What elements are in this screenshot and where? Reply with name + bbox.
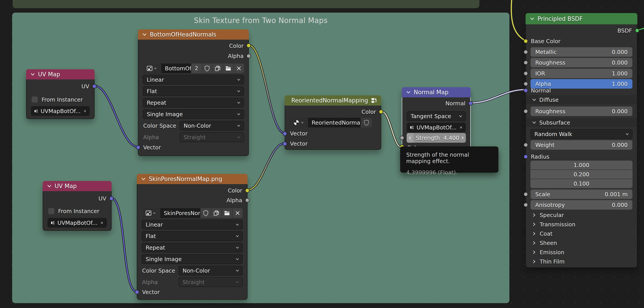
alpha-mode-select[interactable]: Straight bbox=[178, 277, 243, 287]
node-uv-map-1[interactable]: UV Map UV From Instancer UVMapBotOf... bbox=[26, 69, 94, 119]
node-editor-canvas[interactable]: Skin Texture from Two Normal Maps bbox=[0, 0, 644, 308]
vector-input-1-socket[interactable] bbox=[283, 131, 287, 136]
slider-decrease-arrow[interactable] bbox=[407, 133, 413, 143]
roughness-slider[interactable]: Roughness 0.000 bbox=[530, 58, 632, 68]
node-header-vector[interactable]: Normal Map bbox=[402, 87, 471, 97]
radius-x-field[interactable]: 1.000 bbox=[530, 161, 632, 169]
normal-input-socket[interactable] bbox=[524, 88, 528, 93]
image-type-button[interactable] bbox=[142, 208, 160, 218]
x-icon[interactable] bbox=[459, 125, 463, 130]
vector-input-socket[interactable] bbox=[135, 290, 139, 294]
specular-panel-header[interactable]: Specular bbox=[526, 211, 637, 219]
uv-output-socket[interactable] bbox=[109, 196, 114, 201]
image-users-count[interactable]: 2 bbox=[192, 64, 202, 73]
node-reoriented-normal-mapping[interactable]: ReorientedNormalMapping Color Reoriented… bbox=[285, 95, 381, 150]
node-header-shader[interactable]: Principled BSDF bbox=[526, 13, 637, 24]
projection-select[interactable]: Flat bbox=[143, 86, 244, 96]
node-header-image-texture[interactable]: SkinPoresNormalMap.png bbox=[137, 174, 248, 184]
group-name-field[interactable]: ReorientedNormalMap... bbox=[308, 118, 360, 127]
bsdf-output-socket[interactable] bbox=[635, 28, 639, 33]
uv-map-selector[interactable]: UVMapBotOf... bbox=[48, 218, 107, 228]
ior-input-socket[interactable] bbox=[524, 71, 528, 76]
color-output-socket[interactable] bbox=[246, 43, 251, 48]
chevron-down-icon[interactable] bbox=[142, 32, 147, 37]
sheen-panel-header[interactable]: Sheen bbox=[526, 238, 637, 247]
color-space-select[interactable]: Non-Color bbox=[180, 121, 244, 131]
radius-z-field[interactable]: 0.100 bbox=[530, 179, 632, 188]
thin-film-panel-header[interactable]: Thin Film bbox=[526, 257, 637, 266]
subsurface-anisotropy-input-socket[interactable] bbox=[524, 203, 528, 207]
image-type-button[interactable] bbox=[143, 64, 161, 73]
normal-output-socket[interactable] bbox=[468, 101, 473, 106]
image-name-field[interactable]: BottomOfHe... bbox=[161, 64, 191, 73]
alpha-output-socket[interactable] bbox=[246, 54, 251, 58]
node-normal-map[interactable]: Normal Map Normal Tangent Space UVMapBot… bbox=[402, 87, 471, 155]
color-space-select[interactable]: Non-Color bbox=[178, 266, 243, 275]
from-instancer-checkbox[interactable] bbox=[32, 96, 38, 103]
fake-user-button[interactable] bbox=[361, 118, 372, 127]
node-header-group[interactable]: ReorientedNormalMapping bbox=[285, 95, 381, 106]
radius-y-field[interactable]: 0.200 bbox=[530, 170, 632, 179]
emission-panel-header[interactable]: Emission bbox=[526, 248, 637, 257]
interpolation-select[interactable]: Linear bbox=[143, 75, 244, 85]
subsurface-panel-header[interactable]: Subsurface bbox=[526, 118, 637, 127]
open-file-button[interactable] bbox=[223, 64, 234, 73]
coat-panel-header[interactable]: Coat bbox=[526, 229, 637, 238]
roughness-input-socket[interactable] bbox=[524, 60, 528, 65]
node-group-icon[interactable] bbox=[371, 97, 378, 104]
node-header-uv-map-2[interactable]: UV Map bbox=[43, 181, 112, 191]
diffuse-panel-header[interactable]: Diffuse bbox=[526, 95, 637, 104]
alpha-output-socket[interactable] bbox=[245, 198, 250, 202]
chevron-down-icon[interactable] bbox=[141, 176, 146, 182]
open-file-button[interactable] bbox=[222, 208, 232, 218]
from-instancer-checkbox[interactable] bbox=[48, 208, 54, 214]
subsurface-weight-slider[interactable]: Weight 0.000 bbox=[530, 140, 632, 150]
fake-user-button[interactable] bbox=[201, 208, 211, 218]
strength-slider[interactable]: Strength 4.400 bbox=[407, 133, 466, 143]
diffuse-roughness-input-socket[interactable] bbox=[524, 109, 528, 114]
node-header-uv-map-1[interactable]: UV Map bbox=[26, 69, 94, 79]
extension-select[interactable]: Repeat bbox=[142, 243, 243, 252]
metallic-slider[interactable]: Metallic 0.000 bbox=[530, 47, 632, 57]
subsurface-anisotropy-slider[interactable]: Anisotropy 0.000 bbox=[530, 200, 632, 210]
x-icon[interactable] bbox=[83, 108, 87, 114]
slider-increase-arrow[interactable] bbox=[459, 136, 466, 140]
interpolation-select[interactable]: Linear bbox=[142, 220, 243, 229]
x-icon[interactable] bbox=[100, 220, 104, 225]
node-skin-pores-normal-map[interactable]: SkinPoresNormalMap.png Color Alpha SkinP… bbox=[137, 174, 248, 300]
group-type-button[interactable] bbox=[290, 118, 308, 127]
strength-input-socket[interactable] bbox=[400, 136, 404, 140]
uv-map-selector[interactable]: UVMapBotOf... bbox=[407, 123, 466, 132]
space-select[interactable]: Tangent Space bbox=[407, 111, 466, 121]
chevron-down-icon[interactable] bbox=[406, 90, 411, 95]
chevron-down-icon[interactable] bbox=[47, 183, 52, 189]
duplicate-button[interactable] bbox=[212, 64, 223, 73]
metallic-input-socket[interactable] bbox=[524, 50, 528, 54]
extension-select[interactable]: Repeat bbox=[143, 98, 244, 108]
color-output-socket[interactable] bbox=[245, 188, 250, 193]
uv-output-socket[interactable] bbox=[92, 84, 96, 89]
alpha-mode-select[interactable]: Straight bbox=[180, 132, 244, 142]
alpha-input-socket[interactable] bbox=[524, 82, 528, 86]
source-select[interactable]: Single Image bbox=[142, 254, 243, 264]
duplicate-button[interactable] bbox=[211, 208, 222, 218]
vector-input-socket[interactable] bbox=[136, 145, 140, 150]
subsurface-scale-input-socket[interactable] bbox=[524, 192, 528, 196]
radius-input-socket[interactable] bbox=[524, 154, 528, 159]
subsurface-method-select[interactable]: Random Walk bbox=[530, 129, 632, 139]
source-select[interactable]: Single Image bbox=[143, 109, 244, 119]
color-output-socket[interactable] bbox=[379, 110, 383, 114]
node-bottom-of-head-normals[interactable]: BottomOfHeadNormals Color Alpha BottomOf… bbox=[138, 30, 249, 156]
projection-select[interactable]: Flat bbox=[142, 231, 243, 241]
vector-input-2-socket[interactable] bbox=[283, 142, 287, 146]
chevron-down-icon[interactable] bbox=[530, 16, 535, 22]
uv-map-selector[interactable]: UVMapBotOf... bbox=[31, 106, 90, 116]
chevron-down-icon[interactable] bbox=[30, 72, 35, 77]
subsurface-weight-input-socket[interactable] bbox=[524, 143, 528, 147]
transmission-panel-header[interactable]: Transmission bbox=[526, 220, 637, 229]
node-header-image-texture[interactable]: BottomOfHeadNormals bbox=[138, 30, 249, 40]
node-uv-map-2[interactable]: UV Map UV From Instancer UVMapBotOf... bbox=[43, 181, 112, 231]
fake-user-button[interactable] bbox=[202, 64, 212, 73]
node-principled-bsdf[interactable]: Principled BSDF BSDF Base Color Metallic… bbox=[526, 13, 637, 268]
image-name-field[interactable]: SkinPoresNormal... bbox=[160, 208, 200, 218]
